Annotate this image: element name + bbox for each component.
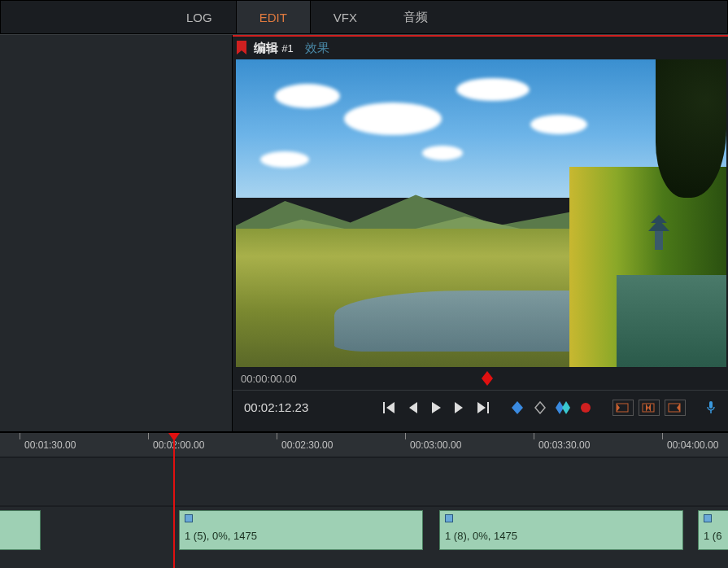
- tab-vfx[interactable]: VFX: [311, 1, 381, 33]
- clip[interactable]: 1 (6: [698, 510, 728, 550]
- ruler-tick: 00:01:30.00: [24, 439, 76, 451]
- mark-in-button[interactable]: [612, 400, 634, 416]
- transport-bar: 00:02:12.23: [233, 390, 728, 424]
- timeline: 00:01:30.00 00:02:00.00 00:02:30.00 00:0…: [0, 433, 728, 568]
- keyframe-dual-icon[interactable]: [554, 399, 572, 417]
- clip-handle-icon[interactable]: [445, 514, 453, 522]
- timeline-ruler[interactable]: 00:01:30.00 00:02:00.00 00:02:30.00 00:0…: [0, 433, 728, 457]
- scrub-playhead-icon[interactable]: [482, 371, 493, 388]
- tab-edit[interactable]: EDIT: [236, 1, 311, 33]
- play-button[interactable]: [427, 399, 445, 417]
- clip-label: 1 (8), 0%, 1475: [445, 530, 517, 542]
- viewer-tab-edit-suffix: #1: [281, 42, 293, 55]
- keyframe-outline-icon[interactable]: [531, 399, 549, 417]
- go-start-button[interactable]: [381, 399, 399, 417]
- clip-label: 1 (5), 0%, 1475: [185, 530, 257, 542]
- left-panel: [0, 35, 233, 431]
- clip-handle-icon[interactable]: [704, 514, 712, 522]
- ruler-tick: 00:02:00.00: [153, 439, 204, 451]
- scrub-timecode: 00:00:00.00: [241, 373, 297, 385]
- tab-audio[interactable]: 音频: [381, 1, 451, 33]
- go-end-button[interactable]: [473, 399, 490, 417]
- viewer-panel: 编辑 #1 效果: [233, 35, 728, 431]
- clip[interactable]: 1 (5), 0%, 1475: [179, 510, 423, 550]
- viewer-header: 编辑 #1 效果: [233, 35, 728, 59]
- svg-point-3: [581, 403, 591, 413]
- step-forward-button[interactable]: [450, 399, 468, 417]
- viewer-tab-effect[interactable]: 效果: [305, 41, 329, 56]
- svg-rect-2: [487, 402, 489, 413]
- step-back-button[interactable]: [404, 399, 422, 417]
- clip-handle-icon[interactable]: [185, 514, 193, 522]
- keyframe-solid-icon[interactable]: [508, 399, 526, 417]
- clip[interactable]: 88: [0, 510, 41, 550]
- scrub-bar[interactable]: 00:00:00.00: [233, 367, 728, 390]
- mic-icon[interactable]: [702, 399, 720, 417]
- clip-label: 1 (6: [704, 530, 721, 542]
- top-tab-bar: LOG EDIT VFX 音频: [0, 0, 728, 34]
- viewer-tab-edit[interactable]: 编辑 #1: [254, 41, 294, 56]
- ruler-tick: 00:03:00.00: [410, 439, 461, 451]
- tab-log[interactable]: LOG: [163, 1, 236, 33]
- ruler-tick: 00:04:00.00: [667, 439, 718, 451]
- clip[interactable]: 1 (8), 0%, 1475: [439, 510, 683, 550]
- track-spacer: [0, 457, 728, 506]
- timeline-playhead[interactable]: [173, 433, 175, 568]
- svg-rect-1: [383, 402, 385, 413]
- ruler-tick: 00:02:30.00: [281, 439, 333, 451]
- svg-rect-7: [709, 401, 713, 409]
- preview-viewport[interactable]: [236, 59, 726, 367]
- video-track[interactable]: 88 1 (5), 0%, 1475 1 (8), 0%, 1475 1 (6: [0, 506, 728, 553]
- ruler-tick: 00:03:30.00: [538, 439, 590, 451]
- svg-rect-0: [655, 229, 663, 250]
- mark-out-button[interactable]: [665, 400, 686, 416]
- bookmark-icon: [236, 41, 247, 55]
- viewer-tab-edit-prefix: 编辑: [254, 41, 278, 55]
- main-timecode: 00:02:12.23: [244, 400, 308, 414]
- record-icon[interactable]: [577, 399, 595, 417]
- mark-center-button[interactable]: [639, 400, 660, 416]
